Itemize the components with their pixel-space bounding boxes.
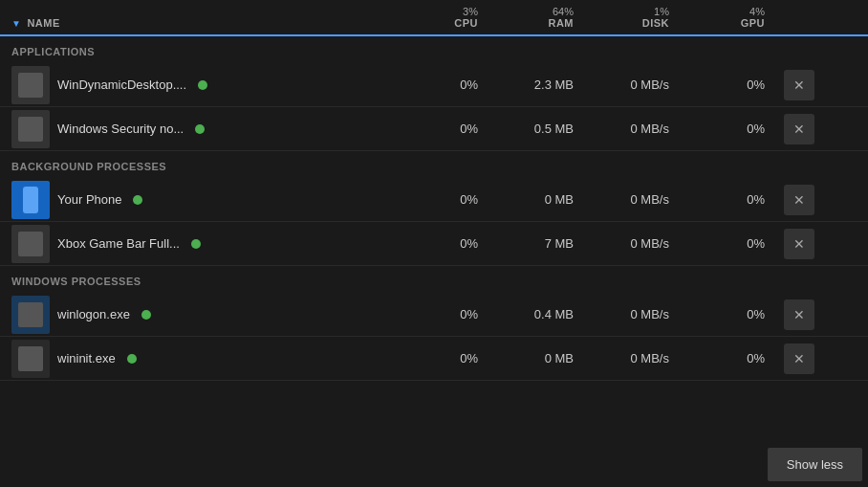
section-label-1: BACKGROUND PROCESSES [0, 151, 868, 178]
status-dot [198, 80, 207, 90]
gpu-cell: 0% [688, 192, 784, 207]
dropdown-arrow-icon[interactable]: ▼ [11, 18, 21, 29]
name-column-label: NAME [27, 17, 59, 29]
table-row: Your Phone0%0 MB0 MB/s0%✕ [0, 178, 868, 222]
name-cell: WinDynamicDesktop.... [0, 66, 401, 104]
ram-cell: 7 MB [497, 236, 593, 251]
name-cell: Your Phone [0, 181, 401, 219]
cpu-cell: 0% [401, 351, 497, 365]
disk-cell: 0 MB/s [593, 192, 688, 207]
process-name: WinDynamicDesktop.... [57, 77, 186, 92]
ram-cell: 0.5 MB [497, 122, 593, 136]
cpu-label: CPU [401, 17, 478, 29]
process-name: Xbox Game Bar Full... [57, 236, 180, 251]
kill-process-button[interactable]: ✕ [784, 114, 814, 144]
cpu-pct: 3% [401, 6, 478, 17]
status-dot [127, 354, 137, 364]
gpu-header: 4% GPU [688, 6, 784, 29]
app-icon [11, 225, 50, 263]
ram-label: RAM [497, 17, 574, 29]
status-dot [195, 124, 205, 134]
app-icon [11, 66, 50, 104]
cpu-cell: 0% [401, 192, 497, 207]
gpu-cell: 0% [688, 77, 784, 92]
kill-process-button[interactable]: ✕ [784, 299, 814, 330]
status-dot [141, 310, 151, 320]
app-icon [11, 181, 50, 219]
cpu-header: 3% CPU [401, 6, 497, 29]
disk-cell: 0 MB/s [593, 236, 688, 251]
process-name: Your Phone [57, 192, 121, 207]
disk-cell: 0 MB/s [593, 122, 688, 136]
ram-pct: 64% [497, 6, 574, 17]
section-label-0: APPLICATIONS [0, 36, 868, 63]
header: ▼ NAME 3% CPU 64% RAM 1% DISK 4% GPU [0, 0, 868, 36]
cpu-cell: 0% [401, 122, 497, 136]
cpu-cell: 0% [401, 236, 497, 251]
ram-cell: 0 MB [497, 192, 593, 207]
status-dot [191, 239, 201, 249]
ram-cell: 0.4 MB [497, 307, 593, 321]
ram-header: 64% RAM [497, 6, 593, 29]
gpu-cell: 0% [688, 351, 784, 365]
table-row: winlogon.exe0%0.4 MB0 MB/s0%✕ [0, 293, 868, 337]
kill-process-button[interactable]: ✕ [784, 70, 814, 100]
cpu-cell: 0% [401, 77, 497, 92]
disk-cell: 0 MB/s [593, 351, 688, 365]
table-row: wininit.exe0%0 MB0 MB/s0%✕ [0, 337, 868, 381]
section-label-2: WINDOWS PROCESSES [0, 266, 868, 293]
table-row: WinDynamicDesktop....0%2.3 MB0 MB/s0%✕ [0, 63, 868, 107]
app-icon [11, 340, 50, 378]
gpu-cell: 0% [688, 236, 784, 251]
section-0: APPLICATIONSWinDynamicDesktop....0%2.3 M… [0, 36, 868, 151]
name-cell: winlogon.exe [0, 296, 401, 334]
table-row: Windows Security no...0%0.5 MB0 MB/s0%✕ [0, 107, 868, 151]
table-row: Xbox Game Bar Full...0%7 MB0 MB/s0%✕ [0, 222, 868, 266]
name-cell: Windows Security no... [0, 110, 401, 148]
disk-pct: 1% [593, 6, 669, 17]
cpu-cell: 0% [401, 307, 497, 321]
gpu-cell: 0% [688, 307, 784, 321]
disk-cell: 0 MB/s [593, 307, 688, 321]
section-1: BACKGROUND PROCESSESYour Phone0%0 MB0 MB… [0, 151, 868, 266]
process-name: wininit.exe [57, 351, 116, 365]
app-icon [11, 296, 50, 334]
sections-container: APPLICATIONSWinDynamicDesktop....0%2.3 M… [0, 36, 868, 381]
ram-cell: 0 MB [497, 351, 593, 365]
section-2: WINDOWS PROCESSESwinlogon.exe0%0.4 MB0 M… [0, 266, 868, 381]
disk-header: 1% DISK [593, 6, 688, 29]
ram-cell: 2.3 MB [497, 77, 593, 92]
app-icon [11, 110, 50, 148]
process-name: Windows Security no... [57, 122, 184, 136]
disk-label: DISK [593, 17, 669, 29]
kill-process-button[interactable]: ✕ [784, 185, 814, 215]
gpu-label: GPU [688, 17, 765, 29]
kill-process-button[interactable]: ✕ [784, 343, 814, 374]
show-less-button[interactable]: Show less [768, 448, 862, 481]
gpu-pct: 4% [688, 6, 765, 17]
name-cell: wininit.exe [0, 340, 401, 378]
name-cell: Xbox Game Bar Full... [0, 225, 401, 263]
header-name-col: ▼ NAME [0, 17, 401, 29]
status-dot [133, 195, 142, 205]
kill-process-button[interactable]: ✕ [784, 229, 814, 259]
disk-cell: 0 MB/s [593, 77, 688, 92]
gpu-cell: 0% [688, 122, 784, 136]
process-name: winlogon.exe [57, 307, 130, 321]
